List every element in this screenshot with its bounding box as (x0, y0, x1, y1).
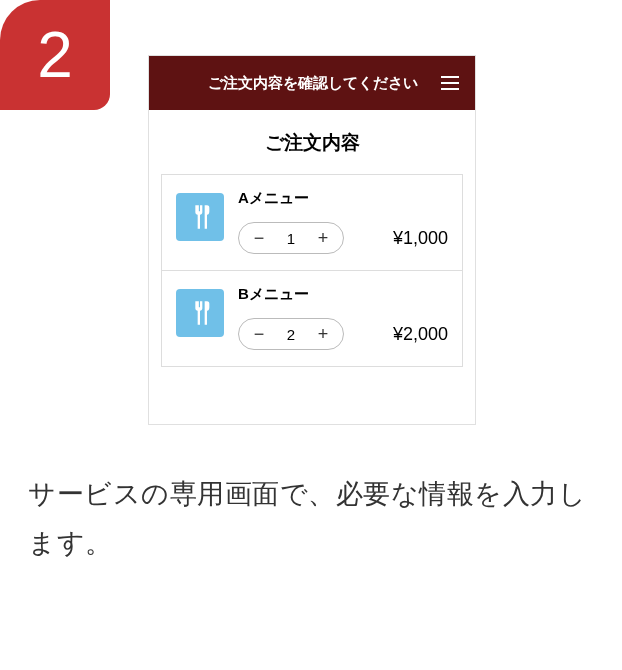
qty-value: 2 (287, 326, 295, 343)
order-item: Bメニュー − 2 + ¥2,000 (161, 270, 463, 367)
item-bottom-row: − 2 + ¥2,000 (238, 318, 448, 350)
item-content: Bメニュー − 2 + ¥2,000 (238, 285, 448, 350)
step-number: 2 (37, 18, 73, 92)
order-item: Aメニュー − 1 + ¥1,000 (161, 174, 463, 270)
food-icon (176, 289, 224, 337)
hamburger-menu-icon[interactable] (441, 76, 459, 90)
section-title: ご注文内容 (149, 110, 475, 174)
app-screenshot: ご注文内容を確認してください ご注文内容 Aメニュー − 1 (148, 55, 476, 425)
item-name: Bメニュー (238, 285, 448, 304)
qty-minus-button[interactable]: − (251, 324, 267, 345)
qty-value: 1 (287, 230, 295, 247)
app-header-title: ご注文内容を確認してください (165, 74, 441, 93)
item-price: ¥2,000 (393, 324, 448, 345)
step-badge: 2 (0, 0, 110, 110)
item-price: ¥1,000 (393, 228, 448, 249)
step-description: サービスの専用画面で、必要な情報を入力します。 (28, 470, 594, 567)
order-list: Aメニュー − 1 + ¥1,000 (149, 174, 475, 367)
quantity-stepper[interactable]: − 1 + (238, 222, 344, 254)
quantity-stepper[interactable]: − 2 + (238, 318, 344, 350)
food-icon (176, 193, 224, 241)
qty-minus-button[interactable]: − (251, 228, 267, 249)
item-bottom-row: − 1 + ¥1,000 (238, 222, 448, 254)
step-card: 2 ご注文内容を確認してください ご注文内容 Aメニュー (0, 0, 622, 670)
qty-plus-button[interactable]: + (315, 228, 331, 249)
qty-plus-button[interactable]: + (315, 324, 331, 345)
item-name: Aメニュー (238, 189, 448, 208)
item-content: Aメニュー − 1 + ¥1,000 (238, 189, 448, 254)
app-header: ご注文内容を確認してください (149, 56, 475, 110)
